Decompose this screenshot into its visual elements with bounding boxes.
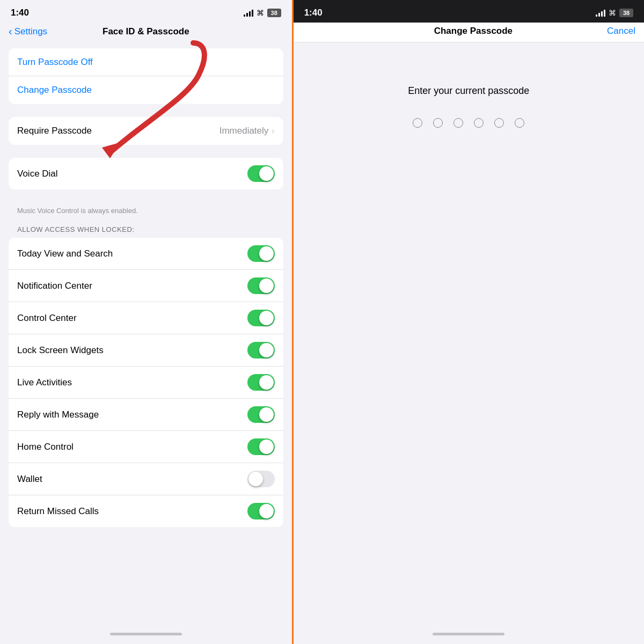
passcode-dot-1 [413,118,422,128]
cancel-button[interactable]: Cancel [607,26,635,36]
access-section-label: ALLOW ACCESS WHEN LOCKED: [0,225,292,238]
home-indicator-right [433,633,504,635]
return-missed-calls-row: Return Missed Calls [9,495,283,527]
right-main-content: Enter your current passcode [294,42,644,633]
right-page-title: Change Passcode [434,26,513,36]
voice-dial-row: Voice Dial [9,158,283,189]
toggle-knob [259,166,274,181]
home-control-toggle[interactable] [247,438,275,455]
reply-with-message-label: Reply with Message [17,409,99,420]
passcode-dot-6 [515,118,524,128]
require-passcode-row[interactable]: Require Passcode Immediately › [9,117,283,145]
signal-icon [244,9,253,17]
reply-with-message-toggle[interactable] [247,406,275,423]
passcode-dot-5 [494,118,504,128]
left-status-bar: 1:40 ⌘ 38 [0,0,292,23]
battery-icon: 38 [267,9,281,17]
chevron-right-icon: › [272,126,274,136]
left-nav-bar: ‹ Settings Face ID & Passcode [0,23,292,43]
wifi-icon: ⌘ [257,9,264,17]
live-activities-toggle[interactable] [247,374,275,391]
passcode-dot-4 [474,118,484,128]
wallet-toggle[interactable] [247,471,275,487]
wallet-row: Wallet [9,463,283,495]
require-passcode-value: Immediately › [219,126,275,136]
turn-passcode-off-label: Turn Passcode Off [17,57,93,68]
right-time: 1:40 [304,8,323,18]
lock-screen-widgets-label: Lock Screen Widgets [17,345,104,356]
access-items-group: Today View and Search Notification Cente… [9,238,283,527]
notification-center-toggle[interactable] [247,277,275,294]
turn-passcode-off-row[interactable]: Turn Passcode Off [9,48,283,76]
voice-dial-label: Voice Dial [17,169,58,179]
home-control-label: Home Control [17,442,74,452]
return-missed-calls-label: Return Missed Calls [17,506,99,517]
passcode-dot-3 [453,118,463,128]
control-center-toggle[interactable] [247,310,275,326]
today-view-row: Today View and Search [9,238,283,270]
live-activities-label: Live Activities [17,377,72,388]
voice-dial-hint: Music Voice Control is always enabled. [0,202,292,223]
lock-screen-widgets-toggle[interactable] [247,342,275,358]
wallet-label: Wallet [17,474,42,485]
left-content: Turn Passcode Off Change Passcode Requir… [0,43,292,633]
lock-screen-widgets-row: Lock Screen Widgets [9,334,283,367]
right-battery-icon: 38 [619,9,633,17]
home-indicator-left [110,633,182,635]
notification-center-label: Notification Center [17,281,92,291]
left-panel: 1:40 ⌘ 38 ‹ Settings Face ID & Passcode … [0,0,292,644]
today-view-toggle[interactable] [247,245,275,262]
require-passcode-setting: Immediately [219,126,269,136]
right-wifi-icon: ⌘ [609,9,616,17]
change-passcode-label: Change Passcode [17,85,92,96]
live-activities-row: Live Activities [9,367,283,399]
return-missed-calls-toggle[interactable] [247,503,275,519]
back-button[interactable]: ‹ Settings [9,26,47,38]
require-passcode-label: Require Passcode [17,126,92,136]
left-status-icons: ⌘ 38 [244,9,281,17]
passcode-actions-group: Turn Passcode Off Change Passcode [9,48,283,104]
right-panel: 1:40 ⌘ 38 Change Passcode Cancel Enter y… [294,0,644,644]
voice-dial-group: Voice Dial [9,158,283,189]
require-passcode-group: Require Passcode Immediately › [9,117,283,145]
change-passcode-row[interactable]: Change Passcode [9,76,283,104]
voice-dial-toggle[interactable] [247,165,275,182]
reply-with-message-row: Reply with Message [9,399,283,431]
passcode-dots-row [413,118,524,128]
today-view-label: Today View and Search [17,248,113,259]
passcode-prompt: Enter your current passcode [408,85,529,97]
notification-center-row: Notification Center [9,270,283,302]
back-label: Settings [14,26,47,37]
back-chevron-icon: ‹ [9,25,12,38]
control-center-row: Control Center [9,302,283,334]
right-status-bar: 1:40 ⌘ 38 [294,0,644,23]
left-time: 1:40 [11,8,29,18]
right-signal-icon [596,9,605,17]
right-status-icons: ⌘ 38 [596,9,633,17]
passcode-dot-2 [433,118,443,128]
home-control-row: Home Control [9,431,283,463]
right-nav-bar: Change Passcode Cancel [294,23,644,42]
page-title: Face ID & Passcode [103,26,189,37]
control-center-label: Control Center [17,313,77,324]
